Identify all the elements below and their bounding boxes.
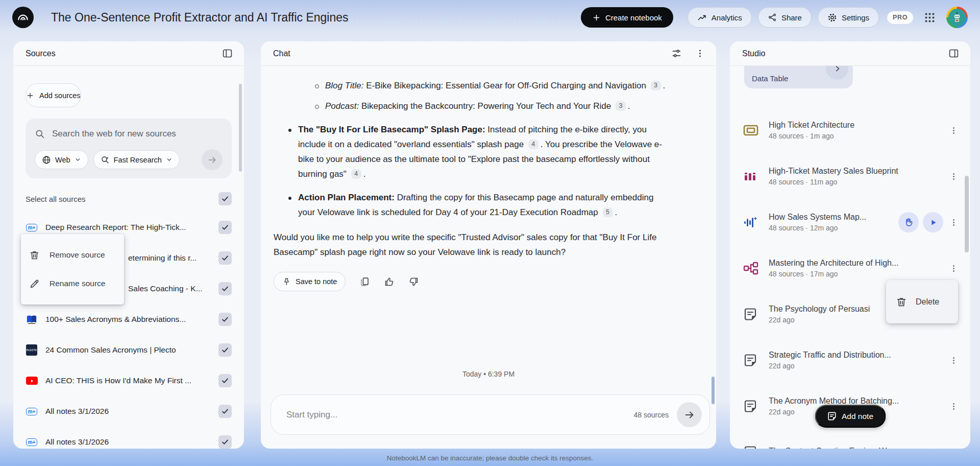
studio-item[interactable]: Strategic Traffic and Distribution... 22… [730, 337, 970, 383]
chat-scrollbar[interactable] [712, 377, 715, 404]
studio-item-title: High-Ticket Mastery Sales Blueprint [769, 167, 947, 176]
remove-source-label: Remove source [50, 250, 105, 260]
save-to-note-label: Save to note [296, 277, 337, 286]
share-label: Share [781, 13, 802, 22]
copy-icon[interactable] [359, 276, 370, 287]
youtube-icon [26, 377, 38, 385]
chevron-down-icon [166, 156, 173, 163]
source-checkbox[interactable] [218, 435, 232, 449]
source-row[interactable]: 100+ Sales Acronyms & Abbreviations... [13, 304, 244, 335]
web-filter-chip[interactable]: Web [35, 150, 88, 169]
bullet-label: Blog Title: [325, 81, 363, 90]
more-vertical-icon[interactable] [947, 169, 960, 184]
save-to-note-button[interactable]: Save to note [274, 272, 346, 291]
share-button[interactable]: Share [758, 7, 812, 28]
globe-icon [42, 155, 51, 165]
select-all-sources-label: Select all sources [26, 195, 86, 203]
pencil-icon [29, 278, 40, 289]
collapse-sources-panel-icon[interactable] [222, 48, 233, 59]
citation-chip[interactable]: 4 [351, 169, 361, 179]
more-vertical-icon[interactable] [947, 445, 960, 449]
studio-item[interactable]: How Sales Systems Map... 48 sources · 12… [730, 199, 970, 245]
source-title: AI CEO: THIS is How I'd Make My First ..… [45, 376, 211, 385]
rename-source-menu-item[interactable]: Rename source [21, 269, 124, 298]
tune-icon[interactable] [671, 48, 682, 59]
plus-icon [592, 13, 601, 22]
fast-research-chip-label: Fast Research [114, 156, 162, 164]
note-icon [743, 307, 761, 321]
hand-wave-icon [903, 217, 914, 227]
citation-chip[interactable]: 5 [603, 207, 613, 217]
bullet-label: Action Plan Placement: [298, 193, 395, 202]
notebooklm-logo-icon[interactable] [12, 7, 34, 28]
search-submit-button[interactable] [202, 149, 223, 170]
add-note-button[interactable]: Add note [815, 405, 886, 428]
source-row[interactable]: PLECTO 24 Common Sales Acronyms | Plecto [13, 335, 244, 365]
source-row[interactable]: m+ All notes 3/1/2026 [13, 427, 244, 449]
chat-closing-paragraph: Would you like me to help you write the … [274, 230, 668, 260]
source-title: Deep Research Report: The High-Tick... [45, 223, 211, 232]
analytics-label: Analytics [712, 13, 742, 22]
more-vertical-icon[interactable] [947, 399, 960, 414]
sources-scrollbar[interactable] [239, 84, 242, 172]
more-vertical-icon[interactable] [695, 49, 705, 58]
analytics-button[interactable]: Analytics [688, 7, 752, 28]
avatar[interactable] [946, 7, 968, 28]
citation-chip[interactable]: 3 [616, 101, 626, 111]
chat-input[interactable] [286, 410, 634, 420]
source-search-input[interactable] [52, 129, 223, 139]
plecto-source-icon: PLECTO [26, 344, 38, 356]
studio-item[interactable]: The Content Creation Engine: Wee... [730, 429, 970, 449]
add-note-label: Add note [842, 412, 873, 421]
source-checkbox[interactable] [218, 251, 232, 265]
sources-panel: Sources Add sources Web Fast Research [13, 41, 244, 449]
source-title: 100+ Sales Acronyms & Abbreviations... [45, 315, 211, 324]
source-checkbox[interactable] [218, 313, 232, 326]
settings-button[interactable]: Settings [818, 7, 879, 28]
book-source-icon [26, 314, 38, 324]
apps-grid-icon[interactable] [924, 12, 935, 23]
pro-badge: PRO [887, 11, 913, 24]
create-notebook-button[interactable]: Create notebook [581, 7, 673, 28]
collapse-studio-panel-icon[interactable] [948, 48, 959, 59]
studio-panel: Studio Data Table High Ticket Architectu… [730, 41, 970, 449]
thumbs-up-icon[interactable] [384, 276, 395, 287]
add-sources-button[interactable]: Add sources [26, 83, 81, 107]
source-checkbox[interactable] [218, 282, 232, 295]
delete-menu-item[interactable]: Delete [886, 280, 958, 323]
source-checkbox[interactable] [218, 374, 232, 387]
more-vertical-icon[interactable] [947, 123, 960, 138]
chevron-down-icon [75, 156, 81, 163]
sources-count: 48 sources [634, 411, 669, 419]
studio-item[interactable]: High Ticket Architecture 48 sources · 1m… [730, 107, 970, 153]
create-notebook-label: Create notebook [605, 13, 662, 22]
chat-bullet: The "Buy It For Life Basecamp" Splash Pa… [274, 122, 668, 181]
notebook-title[interactable]: The One-Sentence Profit Extractor and AI… [51, 11, 349, 25]
play-button[interactable] [923, 212, 943, 232]
source-row[interactable]: AI CEO: THIS is How I'd Make My First ..… [13, 365, 244, 396]
interactive-mode-button[interactable] [898, 212, 919, 232]
source-row[interactable]: m+ All notes 3/1/2026 [13, 396, 244, 427]
citation-chip[interactable]: 4 [528, 139, 538, 149]
trending-up-icon [697, 13, 707, 22]
chat-message: Blog Title: E-Bike Bikepacking: Essentia… [261, 66, 716, 260]
more-vertical-icon[interactable] [947, 353, 960, 368]
thumbs-down-icon[interactable] [408, 276, 419, 287]
studio-scrollbar[interactable] [965, 176, 969, 252]
send-button[interactable] [677, 402, 702, 427]
source-checkbox[interactable] [218, 343, 232, 357]
chat-sub-bullet: Blog Title: E-Bike Bikepacking: Essentia… [274, 78, 668, 93]
play-icon [929, 219, 937, 226]
remove-source-menu-item[interactable]: Remove source [21, 241, 124, 269]
more-vertical-icon[interactable] [947, 261, 960, 276]
fast-research-chip[interactable]: Fast Research [93, 150, 180, 169]
citation-chip[interactable]: 3 [651, 81, 661, 90]
studio-item[interactable]: High-Ticket Mastery Sales Blueprint 48 s… [730, 153, 970, 199]
select-all-checkbox[interactable] [218, 192, 232, 205]
source-checkbox[interactable] [218, 221, 232, 234]
note-icon [827, 411, 837, 421]
studio-item-title: How Sales Systems Map... [769, 213, 898, 222]
more-vertical-icon[interactable] [947, 215, 960, 230]
trash-icon [896, 296, 907, 308]
source-checkbox[interactable] [218, 405, 232, 418]
